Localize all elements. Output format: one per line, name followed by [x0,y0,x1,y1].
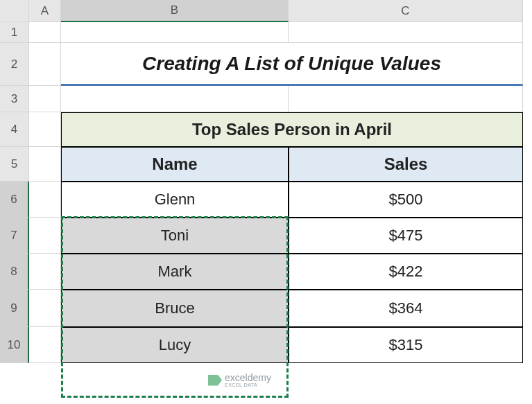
table-row[interactable]: Glenn [61,182,289,218]
watermark-text: exceldemy EXCEL DATA [225,373,271,387]
table-row[interactable]: Bruce [61,290,289,327]
exceldemy-logo-icon [208,375,222,386]
row-header-7[interactable]: 7 [0,218,29,254]
page-title[interactable]: Creating A List of Unique Values [61,43,523,86]
table-row[interactable]: Toni [61,218,289,254]
cell-a9[interactable] [29,290,61,327]
cell-a8[interactable] [29,254,61,290]
row-header-4[interactable]: 4 [0,112,29,147]
col-name-header[interactable]: Name [61,147,289,182]
col-header-b[interactable]: B [61,0,289,22]
cell-b1[interactable] [61,22,289,43]
table-row[interactable]: Lucy [61,327,289,363]
cell-c3[interactable] [289,86,523,112]
cell-a6[interactable] [29,182,61,218]
select-all-corner[interactable] [0,0,29,22]
cell-a3[interactable] [29,86,61,112]
cell-a7[interactable] [29,218,61,254]
watermark-brand: exceldemy [225,372,271,383]
cell-c1[interactable] [289,22,523,43]
table-caption[interactable]: Top Sales Person in April [61,112,523,147]
row-header-5[interactable]: 5 [0,147,29,182]
row-header-3[interactable]: 3 [0,86,29,112]
cell-a1[interactable] [29,22,61,43]
table-row[interactable]: $475 [289,218,523,254]
col-header-a[interactable]: A [29,0,61,22]
cell-a5[interactable] [29,147,61,182]
table-row[interactable]: $500 [289,182,523,218]
cell-a10[interactable] [29,327,61,363]
spreadsheet-grid: A B C 1 2 Creating A List of Unique Valu… [0,0,532,363]
row-header-6[interactable]: 6 [0,182,29,218]
watermark: exceldemy EXCEL DATA [208,373,271,387]
col-sales-header[interactable]: Sales [289,147,523,182]
table-row[interactable]: $422 [289,254,523,290]
col-header-c[interactable]: C [289,0,523,22]
table-row[interactable]: $364 [289,290,523,327]
table-row[interactable]: Mark [61,254,289,290]
cell-a2[interactable] [29,43,61,86]
row-header-10[interactable]: 10 [0,327,29,363]
watermark-tag: EXCEL DATA [225,383,271,387]
row-header-8[interactable]: 8 [0,254,29,290]
row-header-1[interactable]: 1 [0,22,29,43]
row-header-2[interactable]: 2 [0,43,29,86]
row-header-9[interactable]: 9 [0,290,29,327]
table-row[interactable]: $315 [289,327,523,363]
cell-b3[interactable] [61,86,289,112]
cell-a4[interactable] [29,112,61,147]
